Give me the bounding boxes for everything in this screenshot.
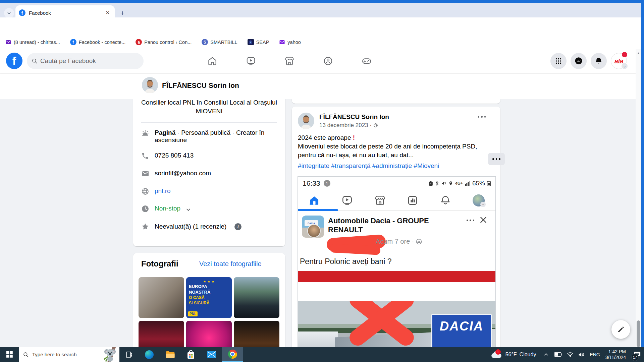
hidden-icons-chevron[interactable] [543, 352, 549, 357]
bell-icon [595, 57, 603, 65]
weather-temp[interactable]: 56°F [505, 352, 517, 358]
group-privacy-icon [416, 239, 422, 245]
bookmark-chiritas[interactable]: (8 unread) - chiritas... [5, 39, 60, 45]
home-icon [207, 56, 217, 66]
tab-close-icon[interactable]: ✕ [104, 9, 111, 16]
public-globe-icon [373, 123, 378, 128]
mail-icon [279, 39, 285, 45]
weather-widget[interactable]: 1 [491, 351, 502, 359]
account-avatar[interactable]: ata ⌄ [611, 53, 627, 69]
post-hashtags[interactable]: #integritate #transparență #administrați… [298, 162, 439, 170]
nav-watch[interactable] [244, 54, 258, 68]
signal-bars-icon [465, 181, 470, 186]
status-time: 16:33 [303, 179, 320, 187]
ellipsis-icon [492, 158, 501, 160]
screenshot-post-text: Pentru Polonic aveți bani ? [300, 257, 392, 266]
post-author-name[interactable]: FÎLFĂNESCU Sorin Ion [319, 113, 389, 121]
post-date[interactable]: 13 decembrie 2023 · [319, 122, 378, 129]
browser-toolbar: facebook.com/sorinfif G [0, 17, 644, 36]
bookmarks-bar: (8 unread) - chiritas... f Facebook - co… [0, 36, 644, 49]
post-image-screenshot[interactable]: 16:33 1 4G+ 65% ≡ [298, 176, 496, 362]
nav-home[interactable] [205, 54, 220, 68]
profile-tab-avatar: ≡ [473, 194, 485, 206]
nav-gaming[interactable] [359, 54, 374, 68]
star-icon [141, 223, 149, 231]
edge-icon [145, 350, 154, 359]
red-banner [298, 271, 495, 282]
wifi-icon[interactable] [567, 352, 574, 357]
edge-button[interactable] [139, 347, 160, 362]
notifications-button[interactable] [591, 53, 607, 69]
photos-title: Fotografii [141, 259, 178, 268]
screenshot-post-more [466, 220, 475, 221]
apps-menu-button[interactable] [550, 53, 567, 69]
exclamation-mark: ! [353, 134, 355, 141]
taskbar-search[interactable]: Type here to search [19, 347, 119, 362]
rating-row: Neevaluat(ă) (1 recenzie) i [141, 223, 241, 231]
action-center-button[interactable]: 17 [631, 347, 644, 362]
messenger-button[interactable] [571, 53, 587, 69]
bookmark-seap[interactable]: SEAP [248, 39, 269, 45]
photo-thumbnail-1[interactable] [139, 277, 184, 318]
tab-search-button[interactable] [4, 8, 14, 18]
post-author-avatar[interactable] [298, 113, 314, 129]
compose-button[interactable] [611, 320, 630, 339]
weather-condition[interactable]: Cloudy [520, 352, 536, 358]
window-accent-bar-right [641, 0, 644, 347]
photo-thumbnail-3[interactable] [234, 277, 279, 318]
bookmark-smartbill[interactable]: S SMARTBILL [202, 39, 237, 45]
seap-icon [248, 39, 254, 45]
facebook-search[interactable]: Caută pe Facebook [27, 53, 144, 69]
profile-more-button[interactable] [488, 153, 505, 165]
dacia-page-name[interactable]: Automobile Dacia - GROUPE RENAULT [328, 216, 452, 234]
info-icon[interactable]: i [234, 223, 241, 230]
clock-time: 1:42 PM [605, 349, 626, 355]
bluetooth-icon [435, 181, 439, 186]
mail-icon [5, 39, 11, 45]
battery-icon[interactable] [554, 352, 562, 357]
task-view-button[interactable] [119, 347, 139, 362]
task-view-icon [126, 351, 132, 358]
chevron-down-icon [186, 207, 191, 212]
website-row[interactable]: pnl.ro [141, 187, 171, 195]
new-tab-button[interactable]: + [118, 9, 127, 17]
search-placeholder: Caută pe Facebook [40, 57, 96, 65]
nav-groups[interactable] [321, 54, 335, 68]
language-indicator[interactable]: ENG [590, 352, 600, 357]
chrome-button[interactable] [222, 347, 243, 362]
file-explorer-button[interactable] [160, 347, 180, 362]
nav-marketplace[interactable] [282, 54, 297, 68]
taskbar-clock[interactable]: 1:42 PM 3/11/2024 [605, 349, 626, 360]
bookmark-facebook[interactable]: f Facebook - conecte... [70, 39, 125, 45]
battery-saver-icon [429, 181, 433, 186]
bookmark-yahoo[interactable]: yahoo [279, 39, 301, 45]
bookmark-panou-control[interactable]: a Panou control ‹ Con... [136, 39, 192, 45]
post-more-button[interactable] [477, 116, 487, 118]
hours-row[interactable]: Non-stop [141, 205, 191, 213]
status-badge: 1 [324, 180, 330, 187]
screenshot-tab-bar: ≡ [298, 190, 495, 211]
clock-icon [141, 205, 149, 213]
gaming-icon [362, 56, 372, 66]
location-icon [448, 181, 453, 186]
scrollbar-thumb[interactable] [637, 320, 640, 347]
volume-icon[interactable] [578, 352, 585, 357]
pages-icon [407, 195, 418, 206]
mail-icon [207, 351, 216, 358]
photo-thumbnail-2[interactable]: ★ ★ ★ EUROPA NOASTRĂ O CASĂ ȘI SIGURĂ PN… [186, 277, 232, 318]
window-accent-bar [0, 0, 644, 3]
profile-avatar[interactable] [142, 77, 158, 93]
scrollbar-up-arrow[interactable]: ▲ [636, 49, 641, 57]
facebook-logo[interactable]: f [6, 53, 22, 69]
previous-post-edge [292, 99, 500, 104]
photos-card: Fotografii Vezi toate fotografiile ★ ★ ★… [133, 253, 285, 362]
mail-button[interactable] [201, 347, 222, 362]
notification-count-badge: 17 [631, 354, 639, 361]
search-icon [23, 352, 29, 358]
divider [141, 122, 277, 123]
start-button[interactable] [0, 347, 19, 362]
page-scrollbar[interactable]: ▲ [636, 49, 641, 347]
store-button[interactable] [180, 347, 201, 362]
battery-percent: 65% [472, 180, 485, 187]
see-all-photos-link[interactable]: Vezi toate fotografiile [199, 260, 262, 268]
